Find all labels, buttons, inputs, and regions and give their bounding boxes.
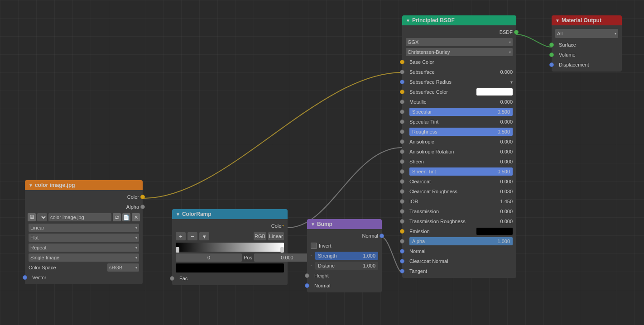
bump-strength-bar[interactable]: Strength 1.000	[315, 252, 378, 260]
ramp-linear-select[interactable]: Linear	[268, 232, 284, 240]
bump-distance-socket[interactable]	[311, 265, 312, 266]
principled-anisotropic-socket[interactable]	[400, 139, 404, 144]
principled-clearcoat-socket[interactable]	[400, 179, 404, 184]
node-principled-body: BSDF GGX Christensen-Burley Base Color	[402, 25, 516, 278]
principled-emission-swatch[interactable]	[476, 228, 513, 235]
material-output-displacement-label: Displacement	[555, 62, 618, 67]
bump-normal-socket[interactable]	[305, 283, 309, 288]
image-type-select[interactable]: ▼	[37, 213, 47, 221]
bump-output-normal-socket[interactable]	[380, 234, 384, 238]
principled-metallic-socket[interactable]	[400, 100, 404, 104]
principled-tangent-socket[interactable]	[400, 269, 404, 273]
principled-specular-bar[interactable]: Specular 0.500	[409, 108, 513, 116]
principled-subsurface-color-swatch[interactable]	[476, 88, 513, 96]
output-color-socket[interactable]	[140, 195, 145, 199]
ramp-color-swatch[interactable]	[176, 263, 284, 272]
principled-clearcoat-normal-socket[interactable]	[400, 259, 404, 263]
principled-normal-socket[interactable]	[400, 249, 404, 253]
node-principled-header[interactable]: ▼ Principled BSDF	[402, 15, 516, 25]
projection-select[interactable]: Repeat	[29, 244, 139, 252]
material-output-target-select[interactable]: All	[555, 29, 618, 38]
principled-sheen-socket[interactable]	[400, 159, 404, 164]
principled-transmission-socket[interactable]	[400, 209, 404, 214]
ramp-index-input[interactable]	[176, 253, 242, 262]
principled-ior-row: IOR 1.450	[402, 196, 516, 206]
principled-roughness-socket[interactable]	[400, 129, 404, 134]
ramp-input-fac-socket[interactable]	[170, 276, 174, 281]
principled-sheen-tint-bar[interactable]: Sheen Tint 0.500	[409, 167, 513, 176]
colorspace-select[interactable]: sRGB	[107, 263, 139, 272]
node-color-image-header[interactable]: ▼ color image.jpg	[25, 180, 143, 190]
principled-subsurface-radius-socket[interactable]	[400, 80, 404, 84]
principled-alpha-bar[interactable]: Alpha 1.000	[409, 237, 513, 245]
interpolation-select[interactable]: Linear	[29, 224, 139, 232]
principled-emission-socket[interactable]	[400, 229, 404, 234]
principled-clearcoat-roughness-socket[interactable]	[400, 189, 404, 194]
node-color-image-title: color image.jpg	[35, 182, 75, 188]
node-principled-title: Principled BSDF	[412, 17, 455, 24]
file-new-btn[interactable]: 📄	[122, 213, 130, 221]
ramp-remove-btn[interactable]: −	[187, 232, 197, 240]
bump-strength-row: Strength 1.000	[307, 251, 382, 261]
material-output-displacement-socket[interactable]	[549, 62, 554, 67]
bump-strength-socket[interactable]	[311, 255, 312, 256]
principled-roughness-row: Roughness 0.500	[402, 127, 516, 137]
ramp-handle-right[interactable]	[280, 247, 284, 253]
principled-subsurface-color-socket[interactable]	[400, 90, 404, 94]
bump-height-socket[interactable]	[305, 273, 309, 278]
ramp-pos-row: Pos	[172, 253, 288, 263]
bump-collapse-arrow[interactable]: ▼	[311, 222, 315, 227]
ramp-rgb-select[interactable]: RGB	[254, 232, 266, 240]
ramp-add-btn[interactable]: +	[176, 232, 186, 240]
node-bump-header[interactable]: ▼ Bump	[307, 219, 382, 229]
bump-invert-row: Invert	[307, 241, 382, 251]
principled-subsurface-socket[interactable]	[400, 70, 404, 74]
principled-roughness-bar[interactable]: Roughness 0.500	[409, 128, 513, 136]
node-collapse-arrow[interactable]: ▼	[29, 183, 33, 188]
principled-output-bsdf-socket[interactable]	[514, 30, 519, 34]
principled-alpha-socket[interactable]	[400, 239, 404, 244]
principled-collapse-arrow[interactable]: ▼	[406, 18, 410, 23]
principled-sheen-tint-socket[interactable]	[400, 169, 404, 174]
extension-select[interactable]: Flat	[29, 234, 139, 242]
principled-anisotropic-value: 0.000	[500, 139, 513, 144]
extension-row: Flat	[25, 233, 143, 243]
principled-anisotropic-rotation-row: Anisotropic Rotation 0.000	[402, 147, 516, 157]
principled-specular-tint-socket[interactable]	[400, 119, 404, 124]
principled-subsurface-method-select[interactable]: Christensen-Burley	[406, 48, 513, 56]
material-output-volume-socket[interactable]	[549, 53, 554, 57]
node-color-image-body: Color Alpha 🖼 ▼ color image.jpg 🗂 📄 ✕ Li…	[25, 190, 143, 284]
source-select[interactable]: Single Image	[29, 253, 139, 262]
ramp-pos-label: Pos	[244, 255, 252, 260]
principled-distribution-select[interactable]: GGX	[406, 38, 513, 46]
ramp-gradient[interactable]	[176, 243, 284, 252]
file-browse-btn[interactable]: 🗂	[113, 213, 121, 221]
node-principled-bsdf: ▼ Principled BSDF BSDF GGX Christensen-B…	[402, 15, 516, 278]
interpolation-row: Linear	[25, 223, 143, 233]
principled-tangent-row: Tangent	[402, 266, 516, 276]
node-colorramp-header[interactable]: ▼ ColorRamp	[172, 209, 288, 219]
bump-invert-checkbox[interactable]	[311, 243, 317, 249]
input-vector-socket[interactable]	[23, 275, 27, 280]
principled-normal-label: Normal	[406, 249, 513, 254]
principled-ior-socket[interactable]	[400, 199, 404, 204]
output-alpha-socket[interactable]	[140, 205, 145, 209]
principled-base-color-socket[interactable]	[400, 60, 404, 64]
file-close-btn[interactable]: ✕	[132, 213, 140, 221]
ramp-output-color-socket[interactable]	[283, 225, 284, 226]
material-output-collapse-arrow[interactable]: ▼	[555, 18, 560, 23]
node-material-output-header[interactable]: ▼ Material Output	[552, 15, 622, 25]
principled-subsurface-color-label: Subsurface Color	[406, 89, 476, 95]
principled-transmission-roughness-socket[interactable]	[400, 219, 404, 224]
material-output-surface-socket[interactable]	[549, 43, 554, 47]
principled-anisotropic-rotation-label: Anisotropic Rotation	[406, 149, 498, 154]
ramp-dropdown-btn[interactable]: ▾	[199, 232, 209, 240]
principled-transmission-label: Transmission	[406, 209, 498, 214]
principled-specular-socket[interactable]	[400, 110, 404, 114]
colorramp-collapse-arrow[interactable]: ▼	[176, 212, 180, 217]
ramp-handle-left[interactable]	[176, 247, 179, 253]
bump-distance-bar[interactable]: Distanc 1.000	[315, 262, 378, 270]
principled-anisotropic-rotation-socket[interactable]	[400, 149, 404, 154]
file-name-display[interactable]: color image.jpg	[48, 213, 111, 221]
principled-clearcoat-value: 0.000	[500, 179, 513, 184]
